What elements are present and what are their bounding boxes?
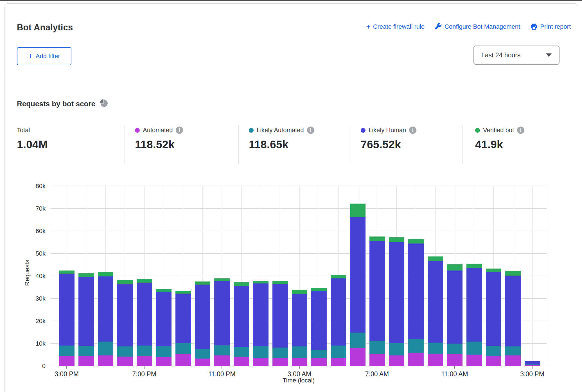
bar-segment-likely-automated[interactable] — [389, 343, 404, 355]
bar-segment-likely-human[interactable] — [78, 277, 94, 346]
bar-segment-automated[interactable] — [98, 355, 113, 366]
bar-segment-automated[interactable] — [253, 358, 269, 366]
bar-segment-likely-automated[interactable] — [195, 349, 210, 359]
bar-segment-automated[interactable] — [272, 358, 288, 366]
bar-segment-automated[interactable] — [214, 355, 230, 366]
bar-segment-verified-bot[interactable] — [350, 204, 366, 217]
bar-segment-verified-bot[interactable] — [466, 264, 482, 268]
bar-segment-automated[interactable] — [331, 358, 346, 366]
info-icon[interactable]: i — [176, 127, 183, 134]
bar-segment-automated[interactable] — [350, 348, 366, 366]
bar-segment-likely-human[interactable] — [272, 284, 288, 348]
bar-segment-verified-bot[interactable] — [486, 269, 501, 272]
bar-segment-verified-bot[interactable] — [408, 239, 424, 244]
bar-segment-likely-human[interactable] — [137, 283, 152, 346]
bar-segment-automated[interactable] — [466, 355, 482, 366]
bar-segment-likely-automated[interactable] — [331, 346, 346, 358]
bar-segment-likely-human[interactable] — [466, 268, 482, 342]
bar-segment-verified-bot[interactable] — [78, 273, 94, 277]
bar-segment-likely-automated[interactable] — [272, 348, 288, 358]
bar-segment-likely-automated[interactable] — [156, 346, 172, 357]
bar-segment-likely-human[interactable] — [117, 284, 133, 346]
bar-segment-likely-human[interactable] — [525, 361, 540, 365]
bar-segment-likely-human[interactable] — [98, 276, 113, 342]
bar-segment-likely-human[interactable] — [369, 241, 385, 341]
bar-segment-likely-automated[interactable] — [466, 342, 482, 355]
bar-segment-likely-automated[interactable] — [137, 346, 152, 356]
bar-segment-likely-human[interactable] — [292, 294, 307, 346]
bar-segment-automated[interactable] — [408, 353, 424, 366]
bar-segment-verified-bot[interactable] — [117, 280, 133, 284]
bar-segment-verified-bot[interactable] — [389, 237, 404, 242]
bar-segment-verified-bot[interactable] — [369, 236, 385, 241]
bar-segment-likely-automated[interactable] — [505, 346, 521, 355]
bar-segment-automated[interactable] — [234, 357, 249, 366]
bar-segment-automated[interactable] — [137, 356, 152, 366]
bar-segment-likely-human[interactable] — [350, 217, 366, 333]
info-icon[interactable]: i — [409, 127, 416, 134]
bar-segment-verified-bot[interactable] — [525, 361, 540, 361]
add-filter-button[interactable]: + Add filter — [17, 47, 71, 65]
bar-segment-likely-automated[interactable] — [78, 346, 94, 356]
bar-segment-likely-human[interactable] — [428, 261, 443, 343]
info-icon[interactable]: i — [307, 127, 314, 134]
bar-segment-likely-human[interactable] — [505, 276, 521, 347]
bar-segment-verified-bot[interactable] — [214, 278, 230, 281]
bar-segment-likely-automated[interactable] — [447, 344, 463, 354]
bar-segment-automated[interactable] — [311, 358, 327, 366]
bar-segment-verified-bot[interactable] — [428, 256, 443, 261]
bar-segment-verified-bot[interactable] — [292, 290, 307, 294]
bar-segment-verified-bot[interactable] — [253, 281, 269, 284]
bar-segment-verified-bot[interactable] — [137, 279, 152, 283]
create-firewall-rule-link[interactable]: + Create firewall rule — [366, 23, 425, 30]
bar-segment-likely-human[interactable] — [156, 292, 172, 346]
bar-segment-likely-human[interactable] — [234, 286, 249, 347]
bar-segment-verified-bot[interactable] — [311, 288, 327, 291]
bar-segment-automated[interactable] — [156, 357, 172, 366]
bar-segment-likely-human[interactable] — [389, 242, 404, 343]
bar-segment-likely-human[interactable] — [486, 272, 501, 346]
bar-segment-automated[interactable] — [505, 355, 521, 366]
bar-segment-likely-automated[interactable] — [98, 342, 113, 355]
bar-segment-likely-human[interactable] — [408, 244, 424, 339]
bar-segment-automated[interactable] — [428, 354, 443, 366]
bar-segment-likely-human[interactable] — [447, 271, 463, 344]
bar-segment-verified-bot[interactable] — [175, 291, 191, 294]
bar-segment-verified-bot[interactable] — [156, 289, 172, 292]
info-icon[interactable]: i — [517, 127, 524, 134]
bar-segment-automated[interactable] — [59, 356, 75, 366]
bar-segment-likely-human[interactable] — [311, 291, 327, 350]
bar-segment-verified-bot[interactable] — [272, 281, 288, 284]
bar-segment-likely-automated[interactable] — [486, 346, 501, 356]
print-report-link[interactable]: Print report — [530, 23, 571, 30]
bar-segment-likely-automated[interactable] — [350, 333, 366, 348]
bar-segment-automated[interactable] — [78, 356, 94, 366]
bar-segment-likely-automated[interactable] — [253, 346, 269, 358]
bar-segment-likely-automated[interactable] — [292, 346, 307, 358]
bar-segment-automated[interactable] — [486, 356, 501, 366]
bar-segment-verified-bot[interactable] — [447, 264, 463, 271]
bar-segment-likely-human[interactable] — [59, 274, 75, 346]
bar-segment-likely-automated[interactable] — [214, 345, 230, 355]
bar-segment-likely-automated[interactable] — [234, 347, 249, 357]
time-range-dropdown[interactable]: Last 24 hours — [473, 46, 560, 65]
bar-segment-likely-human[interactable] — [195, 285, 210, 349]
bar-segment-automated[interactable] — [447, 354, 463, 366]
bar-segment-likely-human[interactable] — [175, 294, 191, 343]
bar-segment-verified-bot[interactable] — [505, 271, 521, 276]
bar-segment-likely-automated[interactable] — [117, 346, 133, 357]
bar-segment-likely-automated[interactable] — [311, 350, 327, 358]
bar-segment-automated[interactable] — [292, 358, 307, 366]
bar-segment-likely-human[interactable] — [331, 278, 346, 346]
bar-segment-likely-automated[interactable] — [59, 346, 75, 356]
bar-segment-likely-human[interactable] — [214, 281, 230, 345]
bar-segment-automated[interactable] — [389, 355, 404, 366]
bar-segment-verified-bot[interactable] — [59, 271, 75, 274]
bar-segment-verified-bot[interactable] — [331, 275, 346, 278]
bar-segment-automated[interactable] — [195, 359, 210, 366]
bar-segment-automated[interactable] — [175, 354, 191, 366]
bar-segment-verified-bot[interactable] — [98, 272, 113, 276]
bar-segment-likely-automated[interactable] — [369, 341, 385, 354]
configure-bot-management-link[interactable]: Configure Bot Management — [435, 23, 520, 30]
bar-segment-automated[interactable] — [117, 357, 133, 366]
